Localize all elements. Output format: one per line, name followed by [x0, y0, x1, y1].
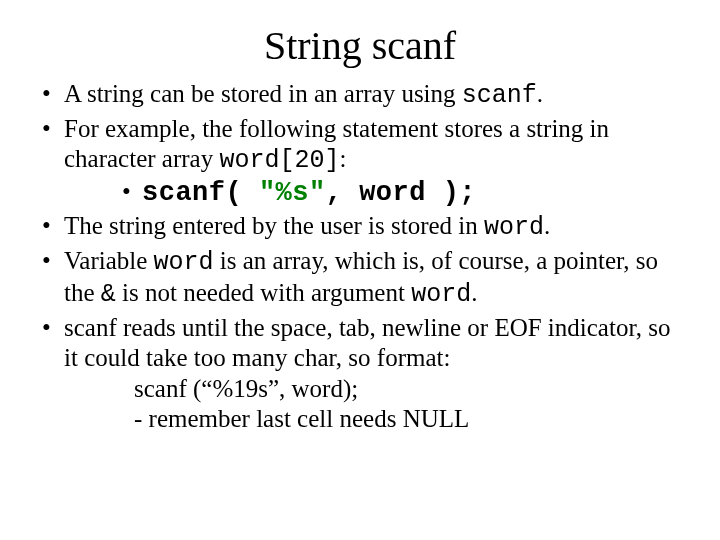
bullet-5-extra: scanf (“%19s”, word); - remember last ce…: [134, 374, 688, 435]
bullet-3: The string entered by the user is stored…: [38, 211, 688, 244]
bullet-2-text-b: :: [339, 145, 346, 172]
bullet-2: For example, the following statement sto…: [38, 114, 688, 210]
bullet-4-code-3: word: [411, 280, 471, 309]
bullet-3-code: word: [484, 213, 544, 242]
code-format-string: "%s": [259, 178, 326, 208]
slide-title: String scanf: [32, 22, 688, 69]
bullet-3-text-a: The string entered by the user is stored…: [64, 212, 484, 239]
code-part-a: scanf(: [142, 178, 259, 208]
bullet-4-text-d: .: [471, 279, 477, 306]
sub-bullet-list: scanf( "%s", word );: [122, 177, 688, 210]
bullet-list: A string can be stored in an array using…: [38, 79, 688, 435]
bullet-5-line-2: - remember last cell needs NULL: [134, 404, 688, 435]
bullet-3-text-b: .: [544, 212, 550, 239]
bullet-1-code: scanf: [462, 81, 537, 110]
bullet-1: A string can be stored in an array using…: [38, 79, 688, 112]
slide: String scanf A string can be stored in a…: [0, 0, 720, 540]
code-line: scanf( "%s", word );: [122, 177, 688, 210]
bullet-1-text-a: A string can be stored in an array using: [64, 80, 462, 107]
bullet-2-code: word[20]: [219, 146, 339, 175]
bullet-5-line-1: scanf (“%19s”, word);: [134, 374, 688, 405]
bullet-5: scanf reads until the space, tab, newlin…: [38, 313, 688, 435]
bullet-5-text: scanf reads until the space, tab, newlin…: [64, 314, 670, 372]
bullet-1-text-b: .: [537, 80, 543, 107]
bullet-4-text-a: Variable: [64, 247, 154, 274]
bullet-4: Variable word is an array, which is, of …: [38, 246, 688, 311]
code-part-b: , word );: [326, 178, 476, 208]
bullet-4-code-1: word: [154, 248, 214, 277]
bullet-4-code-2: &: [101, 280, 116, 309]
bullet-4-text-c: is not needed with argument: [116, 279, 411, 306]
